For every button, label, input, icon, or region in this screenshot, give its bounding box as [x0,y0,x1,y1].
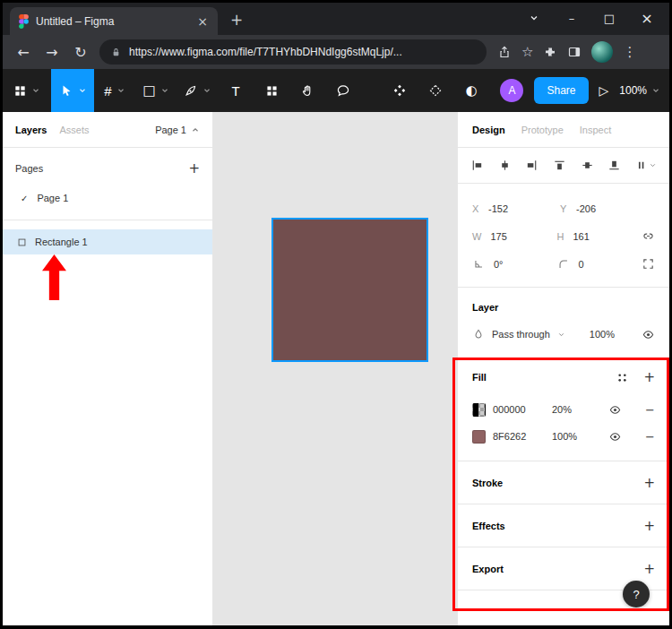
create-component-button[interactable] [384,69,415,112]
fill-visibility-eye-icon[interactable] [608,430,622,444]
forward-button[interactable]: → [39,39,65,65]
shape-tool[interactable]: □ [135,69,177,112]
chevron-down-icon [160,86,169,95]
back-button[interactable]: ← [10,39,37,65]
position-row: X -152 Y -206 [458,194,669,222]
user-avatar[interactable]: A [500,79,523,102]
independent-corners-icon[interactable] [642,257,655,271]
fill-row: 000000 20% − [458,396,669,423]
pages-title: Pages [15,163,43,174]
tab-search-chevron-icon[interactable] [515,3,553,33]
rotation-value: 0° [494,259,504,270]
layer-opacity-field[interactable]: 100% [590,329,615,340]
align-top-icon[interactable] [553,159,566,172]
fill-color-swatch[interactable] [472,403,486,417]
zoom-control[interactable]: 100% [619,84,660,97]
profile-avatar[interactable] [591,41,613,63]
pen-tool[interactable] [177,69,218,112]
remove-fill-button[interactable]: − [645,403,655,417]
fill-visibility-eye-icon[interactable] [608,403,622,417]
layer-visibility-eye-icon[interactable] [642,328,655,341]
x-position-field[interactable]: X -152 [472,203,560,214]
blend-mode-select[interactable]: Pass through [492,329,550,340]
frame-hash-icon: # [104,83,111,99]
tab-inspect[interactable]: Inspect [580,125,611,135]
stroke-title: Stroke [472,478,503,488]
extensions-icon[interactable] [543,45,557,59]
help-button[interactable]: ? [623,581,650,607]
add-page-button[interactable]: + [188,160,200,177]
canvas-rectangle[interactable] [271,218,428,362]
layers-panel-header: Layers Assets Page 1 [3,112,212,148]
main-content: Layers Assets Page 1 Pages + ✓ Page 1 Re… [3,112,669,625]
effects-section: Effects + [458,504,669,547]
fill-opacity-field[interactable]: 20% [552,404,572,415]
add-fill-button[interactable]: + [643,369,655,385]
tab-prototype[interactable]: Prototype [521,125,564,135]
corner-radius-field[interactable]: 0 [557,258,642,271]
constrain-proportions-icon[interactable] [642,229,655,243]
align-left-icon[interactable] [470,159,484,172]
comment-tool[interactable] [325,69,361,112]
height-field[interactable]: H 161 [557,231,642,242]
fill-hex-field[interactable]: 000000 [493,404,545,415]
styles-icon[interactable] [616,371,629,384]
transform-section: X -152 Y -206 W 175 H 161 [458,184,669,288]
chevron-up-icon [191,125,200,134]
rotation-field[interactable]: 0° [472,258,557,271]
design-panel-tabs: Design Prototype Inspect [458,112,669,148]
resources-tool[interactable] [254,69,289,112]
align-horizontal-center-icon[interactable] [498,159,512,172]
effects-title: Effects [472,521,505,531]
chevron-down-icon [651,86,660,95]
add-export-button[interactable]: + [643,561,655,577]
chevron-down-icon [116,86,125,95]
component-set-button[interactable] [420,69,451,112]
tab-close-icon[interactable]: × [194,13,211,30]
hand-tool[interactable] [289,69,325,112]
resources-grid-icon [265,84,279,98]
align-bottom-icon[interactable] [607,159,621,172]
fill-opacity-field[interactable]: 100% [552,431,577,442]
tab-assets[interactable]: Assets [59,125,89,135]
navbar-actions: ☆ ⋮ [497,41,636,63]
present-play-icon[interactable]: ▷ [599,83,609,98]
share-button[interactable]: Share [534,77,588,104]
reload-button[interactable]: ↻ [67,39,94,65]
canvas[interactable] [213,112,457,625]
distribute-icon[interactable] [635,159,657,172]
use-as-mask-button[interactable]: ◐ [456,69,487,112]
move-tool[interactable] [51,69,94,112]
side-panel-icon[interactable] [567,45,582,59]
share-page-icon[interactable] [497,45,512,59]
fill-hex-field[interactable]: 8F6262 [493,431,545,442]
tab-design[interactable]: Design [472,125,505,135]
align-vertical-center-icon[interactable] [581,159,594,172]
tab-layers[interactable]: Layers [15,125,47,135]
add-stroke-button[interactable]: + [643,475,655,491]
comment-bubble-icon [336,83,350,98]
address-bar[interactable]: https://www.figma.com/file/T7THYhbDHNdIg… [99,39,487,65]
frame-tool[interactable]: # [94,69,135,112]
main-menu-button[interactable] [3,69,51,112]
divider [3,220,212,220]
browser-menu-kebab-icon[interactable]: ⋮ [623,44,636,60]
cursor-icon [59,83,73,98]
chevron-down-icon [78,86,87,95]
y-position-field[interactable]: Y -206 [560,203,648,214]
page-list-item[interactable]: ✓ Page 1 [3,185,212,211]
add-effect-button[interactable]: + [643,518,655,534]
browser-tab[interactable]: Untitled – Figma × [10,7,218,35]
maximize-button[interactable]: □ [590,3,628,33]
align-right-icon[interactable] [525,159,538,172]
page-selector[interactable]: Page 1 [155,125,200,135]
bookmark-star-icon[interactable]: ☆ [521,44,533,60]
layer-list-item-rectangle[interactable]: Rectangle 1 [3,229,212,254]
width-field[interactable]: W 175 [472,231,557,242]
fill-color-swatch[interactable] [472,430,486,444]
remove-fill-button[interactable]: − [645,430,655,444]
new-tab-button[interactable]: + [225,8,248,31]
text-tool[interactable]: T [218,69,254,112]
close-window-button[interactable]: × [628,3,666,33]
minimize-button[interactable]: – [553,3,590,33]
